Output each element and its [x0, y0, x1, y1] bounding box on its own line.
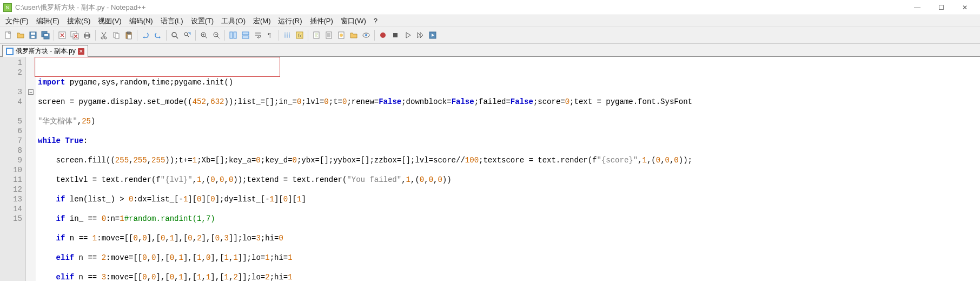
svg-point-14 — [101, 37, 103, 39]
fold-column: − — [26, 57, 36, 281]
svg-point-15 — [104, 37, 107, 39]
line-number: 1 — [0, 58, 25, 68]
line-number: 13 — [0, 194, 25, 204]
minimize-button[interactable]: — — [905, 0, 929, 15]
stop-macro-icon[interactable] — [389, 29, 401, 41]
svg-rect-26 — [234, 32, 236, 38]
menubar: 文件(F) 编辑(E) 搜索(S) 视图(V) 编码(N) 语言(L) 设置(T… — [0, 15, 980, 27]
maximize-button[interactable]: ☐ — [929, 0, 953, 15]
play-macro-icon[interactable] — [402, 29, 414, 41]
show-all-chars-icon[interactable]: ¶ — [264, 29, 276, 41]
svg-point-38 — [380, 32, 386, 38]
indent-guide-icon[interactable] — [281, 29, 293, 41]
line-number: 5 — [0, 116, 25, 126]
titlebar: N C:\user\俄罗斯方块 - 副本.py - Notepad++ — ☐ … — [0, 0, 980, 15]
line-number: 6 — [0, 126, 25, 136]
window-title: C:\user\俄罗斯方块 - 副本.py - Notepad++ — [15, 3, 145, 12]
close-button[interactable]: ✕ — [953, 0, 977, 15]
record-macro-icon[interactable] — [377, 29, 389, 41]
tabbar: 俄罗斯方块 - 副本.py ✕ — [0, 44, 980, 57]
menu-tools[interactable]: 工具(O) — [218, 15, 249, 27]
svg-rect-28 — [242, 36, 249, 38]
svg-rect-1 — [9, 32, 10, 34]
redo-icon[interactable] — [152, 29, 164, 41]
wrap-icon[interactable] — [252, 29, 264, 41]
menu-plugins[interactable]: 插件(P) — [307, 15, 336, 27]
function-list-icon[interactable] — [335, 29, 347, 41]
line-number: 12 — [0, 185, 25, 194]
undo-icon[interactable] — [140, 29, 151, 41]
zoom-in-icon[interactable] — [198, 29, 210, 41]
menu-language[interactable]: 语言(L) — [157, 15, 187, 27]
replace-icon[interactable] — [181, 29, 193, 41]
close-all-icon[interactable] — [69, 29, 81, 41]
svg-point-21 — [172, 32, 176, 37]
line-number — [0, 77, 25, 87]
doc-map-icon[interactable] — [310, 29, 322, 41]
svg-rect-27 — [242, 32, 249, 35]
svg-rect-19 — [127, 32, 130, 34]
sync-h-icon[interactable] — [240, 29, 251, 41]
new-file-icon[interactable] — [2, 29, 14, 41]
save-icon[interactable] — [27, 29, 39, 41]
menu-run[interactable]: 运行(R) — [275, 15, 305, 27]
sync-v-icon[interactable] — [227, 29, 239, 41]
paste-icon[interactable] — [123, 29, 135, 41]
fold-toggle[interactable]: − — [26, 87, 36, 97]
line-number: 14 — [0, 204, 25, 214]
line-number: 2 — [0, 68, 25, 77]
file-tab-icon — [6, 48, 14, 55]
monitoring-icon[interactable] — [360, 29, 372, 41]
svg-rect-33 — [326, 32, 332, 38]
svg-rect-7 — [44, 34, 48, 36]
line-number: 7 — [0, 136, 25, 146]
menu-search[interactable]: 搜索(S) — [64, 15, 94, 27]
menu-file[interactable]: 文件(F) — [2, 15, 32, 27]
line-number: 10 — [0, 165, 25, 175]
menu-macro[interactable]: 宏(M) — [250, 15, 274, 27]
line-number — [0, 107, 25, 116]
save-macro-icon[interactable] — [427, 29, 439, 41]
svg-rect-3 — [31, 32, 35, 35]
lang-icon[interactable]: fx — [294, 29, 306, 41]
doc-list-icon[interactable] — [323, 29, 335, 41]
menu-help[interactable]: ? — [370, 16, 381, 26]
svg-rect-12 — [85, 32, 89, 35]
line-number: 3 — [0, 87, 25, 97]
code-area[interactable]: import pygame,sys,random,time;pygame.ini… — [36, 57, 980, 281]
print-icon[interactable] — [81, 29, 93, 41]
svg-text:fx: fx — [298, 33, 302, 38]
svg-rect-4 — [31, 36, 35, 38]
svg-rect-13 — [85, 36, 89, 38]
app-icon: N — [3, 3, 12, 12]
line-number: 11 — [0, 175, 25, 185]
svg-rect-20 — [128, 35, 131, 39]
line-number: 4 — [0, 97, 25, 107]
copy-icon[interactable] — [110, 29, 122, 41]
folder-workspace-icon[interactable] — [348, 29, 360, 41]
svg-rect-32 — [314, 32, 319, 38]
menu-settings[interactable]: 设置(T) — [188, 15, 217, 27]
svg-point-35 — [340, 34, 343, 37]
close-file-icon[interactable] — [56, 29, 68, 41]
file-tab-label: 俄罗斯方块 - 副本.py — [16, 47, 76, 56]
open-file-icon[interactable] — [15, 29, 27, 41]
cut-icon[interactable] — [98, 29, 110, 41]
svg-text:¶: ¶ — [268, 32, 271, 38]
file-tab[interactable]: 俄罗斯方块 - 副本.py ✕ — [2, 45, 88, 57]
menu-view[interactable]: 视图(V) — [95, 15, 124, 27]
save-all-icon[interactable] — [39, 29, 51, 41]
tab-close-icon[interactable]: ✕ — [78, 48, 84, 55]
svg-point-37 — [365, 34, 367, 36]
menu-encoding[interactable]: 编码(N) — [126, 15, 156, 27]
play-multi-icon[interactable] — [414, 29, 426, 41]
zoom-out-icon[interactable] — [210, 29, 222, 41]
menu-edit[interactable]: 编辑(E) — [33, 15, 63, 27]
highlight-box — [35, 57, 280, 77]
line-number: 8 — [0, 146, 25, 155]
find-icon[interactable] — [169, 29, 181, 41]
editor[interactable]: 1 2 3 4 5 6 7 8 9 10 11 12 13 14 15 − im… — [0, 57, 980, 281]
menu-window[interactable]: 窗口(W) — [337, 15, 369, 27]
svg-rect-17 — [115, 34, 119, 38]
line-number-gutter: 1 2 3 4 5 6 7 8 9 10 11 12 13 14 15 — [0, 57, 26, 281]
